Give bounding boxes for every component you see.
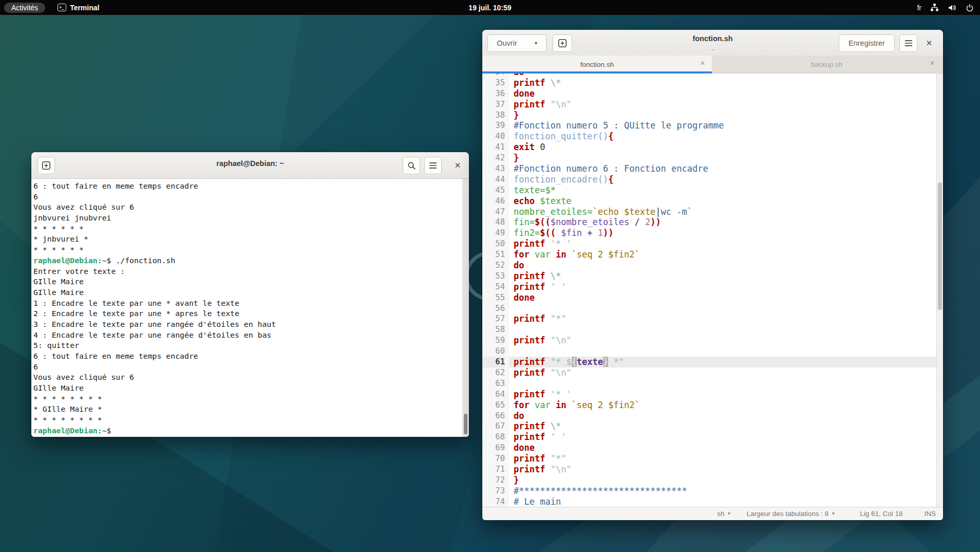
- code-line-46: echo $texte: [514, 196, 936, 207]
- terminal-line: * GIlle Maire *: [33, 404, 469, 415]
- focused-app-menu[interactable]: >_ Terminal: [58, 4, 99, 12]
- line-number: 63: [482, 378, 505, 389]
- terminal-line: Entrer votre texte :: [33, 266, 469, 277]
- editor-scrollbar[interactable]: [936, 73, 943, 507]
- line-number: 58: [482, 324, 505, 335]
- code-line-59: printf "\n": [514, 335, 936, 346]
- line-number: 62: [482, 367, 505, 378]
- code-line-36: done: [514, 88, 936, 99]
- focused-app-name: Terminal: [70, 4, 99, 12]
- insert-mode-label: INS: [924, 510, 936, 518]
- code-view[interactable]: doprintf \*doneprintf "\n"}#Fonction num…: [509, 73, 936, 507]
- activities-button[interactable]: Activités: [4, 3, 45, 13]
- desktop: { "topbar": { "activities": "Activités",…: [0, 0, 980, 552]
- tab-close-icon[interactable]: ✕: [930, 60, 935, 67]
- plus-icon: [561, 42, 564, 45]
- keyboard-layout-indicator[interactable]: fr: [917, 4, 921, 12]
- code-line-44: fonction_encadre(){: [514, 174, 936, 185]
- terminal-line: 1 : Encadre le texte par une * avant le …: [33, 298, 469, 309]
- insert-mode-text: INS: [924, 510, 936, 518]
- code-line-58: [514, 324, 936, 335]
- line-number: 70: [482, 453, 505, 464]
- clock[interactable]: 19 juil. 10:59: [0, 4, 980, 12]
- terminal-line: GIlle Maire: [33, 277, 469, 287]
- line-number: 61: [482, 357, 505, 367]
- line-number-gutter: 3435363738394041424344454647484950515253…: [482, 73, 509, 507]
- terminal-line: 6: [33, 362, 469, 373]
- menu-button[interactable]: [424, 157, 442, 174]
- line-number: 74: [482, 496, 505, 507]
- code-line-73: #********************************: [514, 486, 936, 496]
- tab-label: backup.sh: [811, 61, 843, 68]
- code-line-64: printf '* ': [514, 389, 936, 400]
- code-line-63: [514, 378, 936, 389]
- save-button[interactable]: Enregistrer: [839, 34, 895, 52]
- code-line-43: #Fonction numero 6 : Fonction encadre: [514, 163, 936, 174]
- line-number: 54: [482, 282, 505, 292]
- line-number: 53: [482, 271, 505, 282]
- tab-fonction-sh[interactable]: fonction.sh ✕: [482, 56, 712, 73]
- terminal-line: * * * * * *: [33, 245, 469, 255]
- line-number: 57: [482, 314, 505, 324]
- tab-label: fonction.sh: [580, 61, 614, 68]
- gedit-close-button[interactable]: ✕: [920, 34, 938, 52]
- code-line-35: printf \*: [514, 78, 936, 88]
- code-line-47: nombre_etoiles=`echo $texte|wc -m`: [514, 207, 936, 217]
- code-line-67: printf \*: [514, 421, 936, 432]
- code-line-68: printf ' ': [514, 432, 936, 443]
- terminal-headerbar[interactable]: raphael@Debian: ~ ✕: [31, 152, 469, 179]
- editor-scrollbar-thumb[interactable]: [938, 182, 942, 310]
- language-selector[interactable]: sh ▼: [717, 510, 731, 518]
- code-line-41: exit 0: [514, 142, 936, 153]
- tab-width-selector[interactable]: Largeur des tabulations : 8 ▼: [746, 510, 835, 518]
- line-number: 66: [482, 411, 505, 421]
- system-status-area[interactable]: fr: [917, 3, 974, 12]
- search-button[interactable]: [403, 157, 420, 174]
- terminal-line: * * * * * *: [33, 224, 469, 234]
- tab-backup-sh[interactable]: backup.sh ✕: [712, 56, 941, 73]
- line-number: 35: [482, 78, 505, 88]
- line-number: 46: [482, 196, 505, 207]
- tab-close-icon[interactable]: ✕: [700, 60, 705, 67]
- terminal-output[interactable]: 6 : tout faire en meme temps encadre6Vou…: [31, 179, 469, 437]
- tab-width-label: Largeur des tabulations : 8: [746, 510, 828, 518]
- code-line-53: printf \*: [514, 271, 936, 282]
- terminal-line: raphael@Debian:~$ ./fonction.sh: [33, 255, 469, 266]
- open-button-label: Ouvrir: [497, 39, 517, 47]
- line-number: 64: [482, 389, 505, 400]
- terminal-scrollbar[interactable]: [462, 179, 469, 437]
- new-tab-button[interactable]: [37, 157, 55, 174]
- line-number: 73: [482, 486, 505, 496]
- line-number: 40: [482, 131, 505, 142]
- editor-area[interactable]: 3435363738394041424344454647484950515253…: [482, 73, 943, 507]
- line-number: 45: [482, 185, 505, 196]
- code-line-38: }: [514, 110, 936, 121]
- terminal-line: raphael@Debian:~$: [33, 426, 469, 436]
- language-label: sh: [717, 510, 724, 518]
- line-number: 67: [482, 421, 505, 432]
- code-line-71: printf "\n": [514, 464, 936, 475]
- code-line-54: printf ' ': [514, 282, 936, 292]
- terminal-line: 5: quitter: [33, 340, 469, 351]
- line-number: 43: [482, 163, 505, 174]
- code-line-48: fin=$(($nombre_etoiles / 2)): [514, 217, 936, 228]
- code-line-66: do: [514, 411, 936, 421]
- line-number: 36: [482, 88, 505, 99]
- close-icon: ✕: [455, 161, 461, 170]
- power-icon[interactable]: [966, 4, 974, 12]
- close-button[interactable]: ✕: [449, 157, 466, 174]
- code-line-61: printf "* ${texte} *": [509, 357, 936, 367]
- terminal-scrollbar-thumb[interactable]: [464, 414, 467, 434]
- terminal-line: 6 : tout faire en meme temps encadre: [33, 351, 469, 362]
- code-line-39: #Fonction numero 5 : QUitte le programme: [514, 120, 936, 131]
- code-line-56: [514, 303, 936, 314]
- volume-icon[interactable]: [948, 4, 957, 12]
- terminal-line: GIlle Maire: [33, 287, 469, 298]
- gedit-headerbar[interactable]: Ouvrir ▼ fonction.sh ~ Enregistrer ✕: [482, 30, 943, 57]
- terminal-line: 2 : Encadre le texte par une * apres le …: [33, 308, 469, 319]
- gedit-menu-button[interactable]: [899, 34, 917, 52]
- code-line-60: [514, 346, 936, 357]
- terminal-line: * * * * * * * *: [33, 394, 469, 404]
- network-icon[interactable]: [930, 3, 939, 12]
- line-number: 65: [482, 400, 505, 411]
